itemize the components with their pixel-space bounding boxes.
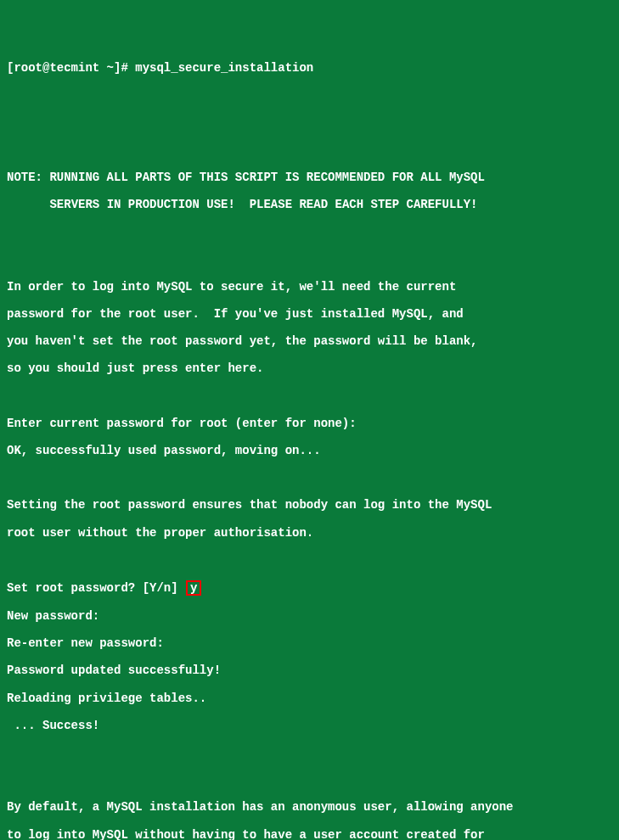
intro-text: so you should just press enter here. <box>7 361 612 375</box>
prompt-new-password: New password: <box>7 609 612 623</box>
status-success: ... Success! <box>7 719 612 732</box>
intro-text: In order to log into MySQL to secure it,… <box>7 280 612 294</box>
blank-line <box>7 746 612 759</box>
command-line: [root@tecmint ~]# mysql_secure_installat… <box>7 61 612 75</box>
command-text: mysql_secure_installation <box>135 61 313 75</box>
intro-text: you haven't set the root password yet, t… <box>7 334 612 348</box>
note-line: SERVERS IN PRODUCTION USE! PLEASE READ E… <box>7 198 612 211</box>
info-text: Setting the root password ensures that n… <box>7 498 612 512</box>
blank-line <box>7 143 612 157</box>
blank-line <box>7 471 612 484</box>
note-line: NOTE: RUNNING ALL PARTS OF THIS SCRIPT I… <box>7 171 612 184</box>
status-password-updated: Password updated successfully! <box>7 664 612 677</box>
blank-line <box>7 553 612 567</box>
blank-line <box>7 116 612 130</box>
question-set-root: Set root password? [Y/n] y <box>7 580 612 596</box>
blank-line <box>7 389 612 403</box>
shell-prompt: [root@tecmint ~]# <box>7 61 135 75</box>
intro-text: password for the root user. If you've ju… <box>7 307 612 321</box>
status-reloading: Reloading privilege tables.. <box>7 692 612 705</box>
prompt-enter-password: Enter current password for root (enter f… <box>7 417 612 430</box>
blank-line <box>7 89 612 103</box>
info-text: By default, a MySQL installation has an … <box>7 800 612 814</box>
blank-line <box>7 226 612 239</box>
blank-line <box>7 253 612 266</box>
status-ok: OK, successfully used password, moving o… <box>7 444 612 457</box>
blank-line <box>7 773 612 787</box>
prompt-reenter-password: Re-enter new password: <box>7 636 612 650</box>
answer-y[interactable]: y <box>186 580 201 596</box>
info-text: root user without the proper authorisati… <box>7 526 612 540</box>
info-text: to log into MySQL without having to have… <box>7 828 612 840</box>
